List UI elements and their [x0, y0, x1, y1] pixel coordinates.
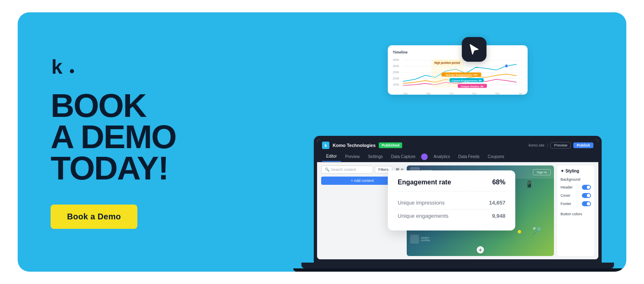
- phone-icon: 📱: [525, 180, 533, 188]
- preview-add-button[interactable]: +: [477, 246, 484, 254]
- unique-impressions-value: 14,657: [489, 200, 505, 206]
- nav-tab-coupons[interactable]: Coupons: [484, 152, 508, 161]
- cursor-icon-bubble: [462, 37, 486, 62]
- app-nav: Editor Preview Settings Data Capture Ana…: [317, 151, 598, 162]
- hero-headline: BOOK A DEMO TODAY!: [51, 90, 190, 184]
- chart-svg: 350K 300K 250K 200K 150K: [393, 57, 523, 90]
- svg-text:200K: 200K: [393, 77, 400, 80]
- button-colors-label: Button colors: [561, 212, 582, 216]
- engagement-rate-label: Engagement rate: [398, 179, 451, 186]
- preview-bottom-logo: TARNEIT CENTRAL: [410, 235, 430, 244]
- svg-text:k: k: [51, 56, 63, 76]
- unique-engagements-row: Unique engagements 9,948: [398, 210, 505, 222]
- analytics-card: Engagement rate 68% Unique impressions 1…: [388, 170, 515, 230]
- app-bar: k Komo Technologies Published komo.site …: [317, 139, 598, 151]
- styling-title: ✦ Styling: [561, 169, 591, 173]
- nav-tab-analytics[interactable]: Analytics: [429, 152, 454, 161]
- hero-card: k BOOK A DEMO TODAY! Book a Demo Timelin…: [18, 12, 626, 272]
- komo-logo: k: [51, 56, 190, 78]
- svg-text:Average Engagements: 148: Average Engagements: 148: [445, 74, 477, 76]
- svg-point-1: [70, 69, 74, 73]
- cursor-icon: [468, 43, 481, 56]
- svg-text:300K: 300K: [393, 65, 400, 68]
- nav-tab-editor[interactable]: Editor: [322, 151, 341, 162]
- svg-text:150K: 150K: [393, 83, 400, 86]
- nav-avatar: [421, 154, 428, 160]
- svg-text:350K: 350K: [393, 58, 400, 61]
- publish-button[interactable]: Publish: [573, 142, 593, 148]
- yellow-dot: [518, 230, 521, 233]
- search-input-wrap[interactable]: 🔍 Search content: [321, 165, 373, 174]
- engagement-rate-value: 68%: [492, 179, 505, 186]
- svg-text:Unique Visitors: 6K: Unique Visitors: 6K: [461, 85, 484, 88]
- background-toggle-row: Background: [561, 177, 591, 182]
- chart-title: Timeline: [393, 50, 523, 54]
- cover-toggle-row: Cover: [561, 193, 591, 198]
- footer-label: Footer: [561, 202, 571, 206]
- nav-tab-settings[interactable]: Settings: [364, 152, 387, 161]
- nav-tab-preview[interactable]: Preview: [341, 152, 364, 161]
- svg-text:High position period: High position period: [434, 61, 460, 65]
- svg-text:Contest Engagements: 8K: Contest Engagements: 8K: [452, 79, 482, 82]
- book-demo-button[interactable]: Book a Demo: [51, 205, 137, 229]
- footer-toggle[interactable]: [582, 201, 591, 206]
- cover-toggle[interactable]: [582, 193, 591, 198]
- chart-area: 350K 300K 250K 200K 150K: [393, 57, 523, 90]
- svg-point-21: [505, 64, 508, 68]
- unique-impressions-row: Unique impressions 14,657: [398, 196, 505, 210]
- chart-card: Timeline 350K 300K 250K 200K 150K: [388, 45, 528, 95]
- unique-engagements-label: Unique engagements: [398, 213, 449, 219]
- laptop-base: [301, 263, 614, 268]
- search-icon: 🔍: [325, 168, 329, 172]
- button-colors-section: Button colors: [561, 210, 591, 217]
- header-label: Header: [561, 185, 573, 189]
- unique-engagements-value: 9,948: [492, 213, 505, 219]
- nav-tab-data-feeds[interactable]: Data Feeds: [454, 152, 484, 161]
- sign-in-button[interactable]: Sign In: [533, 169, 551, 175]
- footer-toggle-row: Footer: [561, 201, 591, 206]
- header-toggle[interactable]: [582, 185, 591, 190]
- preview-button[interactable]: Preview: [550, 142, 571, 149]
- app-bar-left: k Komo Technologies Published: [322, 142, 402, 149]
- brush-icon: ✦: [561, 169, 564, 173]
- background-label: Background: [561, 177, 580, 182]
- app-brand-name: Komo Technologies: [333, 143, 375, 148]
- app-bar-right: komo.site | Preview Publish: [529, 142, 593, 149]
- left-content: k BOOK A DEMO TODAY! Book a Demo: [18, 31, 190, 254]
- search-placeholder: Search content: [331, 168, 356, 172]
- nav-tab-data-capture[interactable]: Data Capture: [387, 152, 419, 161]
- komo-site-link: komo.site: [529, 143, 545, 147]
- badminton-icon: 🏸: [533, 226, 542, 235]
- svg-text:250K: 250K: [393, 71, 400, 74]
- komo-brand-icon: k: [322, 142, 329, 149]
- published-badge: Published: [379, 142, 402, 148]
- engagement-rate-row: Engagement rate 68%: [398, 179, 505, 191]
- styling-panel: ✦ Styling Background Header C: [557, 165, 594, 256]
- header-toggle-row: Header: [561, 185, 591, 190]
- cover-label: Cover: [561, 193, 570, 198]
- unique-impressions-label: Unique impressions: [398, 200, 445, 206]
- right-content: Timeline 350K 300K 250K 200K 150K: [190, 12, 626, 272]
